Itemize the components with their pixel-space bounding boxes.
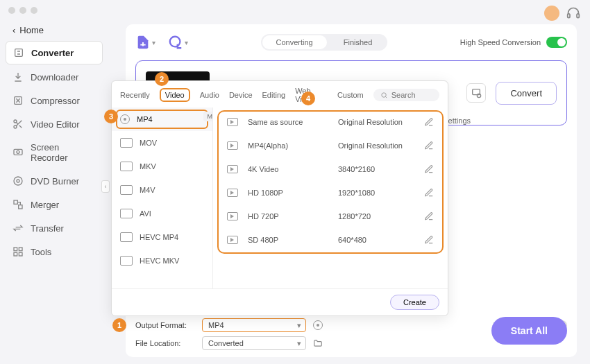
converter-icon [13, 47, 24, 58]
format-icon [120, 185, 133, 195]
grid-icon [12, 246, 24, 257]
tab-video[interactable]: Video [160, 88, 190, 102]
sidebar-collapse[interactable]: ‹ [101, 180, 110, 193]
resolution-720p[interactable]: HD 720P1280*720 [217, 205, 444, 228]
svg-rect-12 [14, 248, 17, 251]
chevron-down-icon: ▾ [185, 39, 188, 46]
chevron-left-icon: ‹ [12, 25, 15, 35]
sidebar-item-dvd-burner[interactable]: DVD Burner [6, 170, 103, 192]
download-icon [12, 71, 24, 83]
sidebar-item-converter[interactable]: Converter [6, 41, 103, 64]
sidebar-item-merger[interactable]: Merger [6, 193, 103, 216]
play-icon [227, 212, 238, 220]
format-m4v[interactable]: M4V [112, 178, 212, 202]
output-format-select[interactable]: MP4 [202, 318, 306, 332]
format-popup: Recently Video Audio Device Editing Web … [111, 80, 448, 316]
transfer-icon [12, 223, 24, 234]
svg-rect-6 [14, 149, 22, 155]
search-icon [380, 92, 388, 99]
format-avi[interactable]: AVI [112, 202, 212, 225]
svg-point-7 [17, 150, 19, 153]
scissors-icon [12, 119, 24, 130]
sidebar-item-compressor[interactable]: Compressor [6, 89, 103, 112]
svg-rect-15 [19, 252, 22, 256]
mp4-badge: MP4 [203, 112, 213, 121]
resolution-mp4-alpha[interactable]: MP4(Alpha)Original Resolution [217, 134, 444, 157]
resolution-4k[interactable]: 4K Video3840*2160 [217, 157, 444, 181]
format-mov[interactable]: MOV [112, 131, 212, 155]
segment-converting[interactable]: Converting [262, 35, 327, 49]
edit-icon[interactable] [424, 211, 434, 221]
file-location-label: File Location: [135, 339, 195, 347]
sidebar-item-transfer[interactable]: Transfer [6, 217, 103, 239]
search-input[interactable] [391, 91, 432, 99]
format-mkv[interactable]: MKV [112, 155, 212, 178]
svg-rect-1 [577, 14, 579, 18]
format-list: MP4MP4 MOV MKV M4V AVI HEVC MP4 HEVC MKV [112, 107, 213, 288]
play-icon [227, 236, 238, 244]
segment-finished[interactable]: Finished [328, 34, 388, 51]
resolution-same-as-source[interactable]: Same as sourceOriginal Resolution [217, 110, 444, 134]
create-button[interactable]: Create [390, 295, 439, 310]
svg-point-9 [17, 180, 19, 182]
format-icon [120, 162, 133, 171]
edit-icon[interactable] [424, 235, 434, 245]
tab-recently[interactable]: Recently [120, 91, 150, 99]
resolution-list: Same as sourceOriginal Resolution MP4(Al… [213, 107, 448, 288]
high-speed-toggle-row: High Speed Conversion [460, 37, 567, 48]
edit-icon[interactable] [424, 164, 434, 174]
play-icon [227, 189, 238, 197]
start-all-button[interactable]: Start All [491, 317, 567, 345]
folder-icon[interactable] [313, 338, 323, 348]
edit-icon[interactable] [424, 141, 434, 150]
edit-icon[interactable] [424, 117, 434, 127]
svg-point-16 [170, 37, 180, 47]
format-icon [120, 138, 133, 148]
svg-rect-2 [15, 49, 23, 57]
popup-search[interactable] [373, 89, 439, 101]
output-format-label: Output Format: [135, 321, 195, 329]
support-icon[interactable] [566, 6, 580, 20]
format-hevc-mkv[interactable]: HEVC MKV [112, 249, 212, 272]
svg-point-5 [14, 125, 17, 128]
tab-device[interactable]: Device [229, 91, 253, 99]
sidebar-item-screen-recorder[interactable]: Screen Recorder [6, 137, 103, 168]
edit-icon[interactable] [424, 188, 434, 198]
callout-3: 3 [104, 110, 118, 123]
back-home[interactable]: ‹ Home [6, 21, 103, 40]
preset-icon [471, 87, 482, 98]
svg-rect-10 [14, 200, 17, 204]
avatar[interactable] [544, 6, 559, 21]
svg-rect-14 [14, 252, 17, 256]
target-icon[interactable] [313, 320, 323, 330]
resolution-1080p[interactable]: HD 1080P1920*1080 [217, 181, 444, 205]
format-hevc-mp4[interactable]: HEVC MP4 [112, 225, 212, 249]
sidebar-item-tools[interactable]: Tools [6, 241, 103, 263]
high-speed-toggle[interactable] [546, 37, 567, 48]
convert-button[interactable]: Convert [496, 82, 557, 105]
callout-2: 2 [155, 72, 169, 86]
svg-rect-0 [568, 14, 570, 18]
sidebar-item-video-editor[interactable]: Video Editor [6, 113, 103, 135]
play-icon [227, 165, 238, 173]
callout-4: 4 [301, 92, 315, 105]
compressor-icon [12, 95, 24, 106]
chevron-down-icon: ▾ [152, 39, 155, 46]
file-location-select[interactable]: Converted [202, 336, 306, 350]
format-mp4[interactable]: MP4MP4 [112, 107, 212, 131]
merger-icon [12, 199, 24, 210]
resolution-480p[interactable]: SD 480P640*480 [217, 228, 444, 252]
tab-custom[interactable]: Custom [337, 91, 364, 99]
play-icon [227, 141, 238, 150]
recorder-icon [12, 147, 24, 158]
add-url-button[interactable]: ▾ [168, 35, 188, 50]
tab-audio[interactable]: Audio [200, 91, 219, 99]
add-file-button[interactable]: ▾ [135, 35, 155, 50]
preset-settings-button[interactable] [466, 83, 486, 103]
sidebar-item-downloader[interactable]: Downloader [6, 66, 103, 88]
svg-rect-13 [19, 248, 22, 251]
play-icon [227, 118, 238, 126]
tab-editing[interactable]: Editing [262, 91, 286, 99]
window-controls[interactable] [8, 7, 37, 14]
svg-point-8 [14, 177, 22, 185]
